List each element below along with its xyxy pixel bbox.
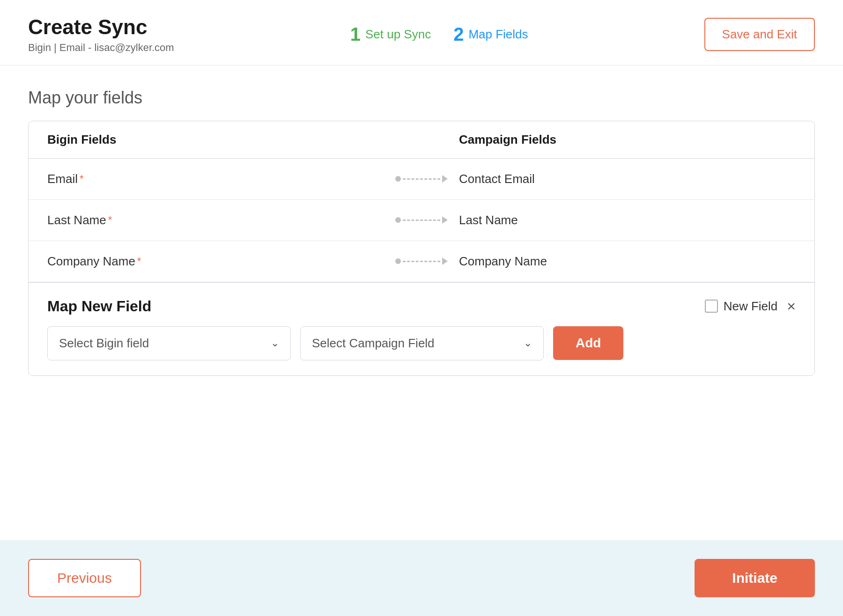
table-row: Last Name* Last Name [29, 200, 814, 241]
chevron-down-icon: ⌄ [524, 337, 532, 349]
initiate-button[interactable]: Initiate [695, 559, 815, 597]
arrow-dot [395, 217, 401, 223]
table-row: Email* Contact Email [29, 159, 814, 200]
section-title: Map your fields [28, 88, 815, 108]
step-1-label: Set up Sync [365, 27, 431, 42]
campaign-field-company: Company Name [459, 254, 796, 269]
page-title: Create Sync [28, 15, 174, 40]
select-campaign-placeholder: Select Campaign Field [312, 336, 435, 351]
arrow-connector [384, 257, 459, 265]
map-new-field-section: Map New Field New Field × Select Bigin f… [29, 282, 814, 375]
steps-nav: 1 Set up Sync 2 Map Fields [350, 24, 528, 45]
bigin-field-email: Email* [47, 172, 384, 186]
map-new-field-inputs: Select Bigin field ⌄ Select Campaign Fie… [47, 326, 796, 360]
footer: Previous Initiate [0, 540, 843, 616]
step-1-number: 1 [350, 24, 361, 45]
arrow-connector [384, 175, 459, 183]
fields-table-header: Bigin Fields Campaign Fields [29, 121, 814, 159]
previous-button[interactable]: Previous [28, 559, 141, 597]
step-2: 2 Map Fields [453, 24, 528, 45]
select-campaign-dropdown[interactable]: Select Campaign Field ⌄ [300, 326, 544, 360]
fields-table: Bigin Fields Campaign Fields Email* Cont… [28, 121, 815, 376]
campaign-fields-header: Campaign Fields [459, 132, 796, 147]
arrow-dot [395, 258, 401, 264]
map-new-field-header: Map New Field New Field × [47, 298, 796, 315]
bigin-fields-header: Bigin Fields [47, 132, 384, 147]
new-field-label: New Field [724, 299, 778, 314]
step-2-label: Map Fields [468, 27, 528, 42]
required-indicator: * [80, 173, 84, 185]
select-bigin-placeholder: Select Bigin field [59, 336, 149, 351]
arrow-connector [384, 216, 459, 224]
campaign-field-lastname: Last Name [459, 213, 796, 227]
arrow-line [395, 257, 448, 265]
arrow-line [395, 175, 448, 183]
main-content: Map your fields Bigin Fields Campaign Fi… [0, 66, 843, 460]
save-exit-button[interactable]: Save and Exit [704, 18, 815, 51]
close-new-field-button[interactable]: × [787, 299, 796, 314]
chevron-down-icon: ⌄ [271, 337, 279, 349]
select-bigin-dropdown[interactable]: Select Bigin field ⌄ [47, 326, 291, 360]
bigin-field-lastname: Last Name* [47, 213, 384, 227]
dashed-line [403, 261, 440, 262]
campaign-field-email: Contact Email [459, 172, 796, 186]
page-subtitle: Bigin | Email - lisac@zylker.com [28, 42, 174, 54]
dashed-line [403, 220, 440, 221]
step-1: 1 Set up Sync [350, 24, 431, 45]
arrow-head [442, 257, 448, 265]
new-field-right: New Field × [705, 299, 796, 314]
arrow-head [442, 175, 448, 183]
header: Create Sync Bigin | Email - lisac@zylker… [0, 0, 843, 66]
arrow-line [395, 216, 448, 224]
bigin-field-company: Company Name* [47, 254, 384, 269]
arrow-head [442, 216, 448, 224]
step-2-number: 2 [453, 24, 464, 45]
add-field-button[interactable]: Add [553, 326, 623, 360]
required-indicator: * [108, 214, 112, 226]
arrow-dot [395, 176, 401, 182]
header-left: Create Sync Bigin | Email - lisac@zylker… [28, 15, 174, 54]
table-row: Company Name* Company Name [29, 241, 814, 282]
new-field-checkbox-area: New Field [705, 299, 778, 314]
required-indicator: * [137, 255, 141, 267]
dashed-line [403, 178, 440, 180]
map-new-field-title: Map New Field [47, 298, 151, 315]
new-field-checkbox[interactable] [705, 300, 718, 313]
